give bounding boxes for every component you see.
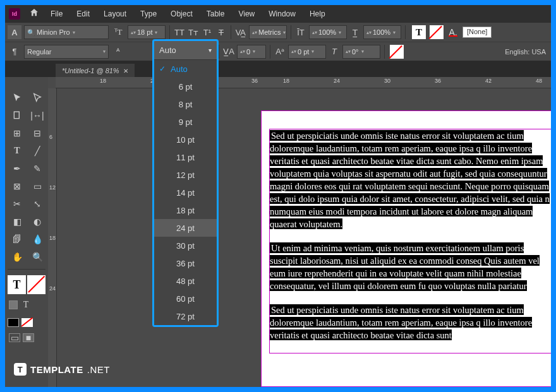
language-dropdown[interactable]: English: USA (505, 48, 548, 56)
menu-window[interactable]: Window (262, 7, 302, 21)
font-style-dropdown[interactable]: Regular ▾ (24, 45, 109, 59)
ruler-tick: 18 (283, 78, 289, 84)
leading-option[interactable]: 6 pt (154, 78, 217, 95)
vscale-icon: ĪT (295, 28, 306, 37)
body-paragraph-1: Sed ut perspiciatis unde omnis iste natu… (270, 130, 550, 229)
kerning-dropdown[interactable]: ▴▾ Metrics ▾ (249, 25, 287, 39)
font-family-dropdown[interactable]: 🔍 Minion Pro ▾ (24, 25, 109, 39)
leading-option[interactable]: 24 pt (154, 219, 217, 237)
gradient-feather-tool-icon[interactable]: ◐ (28, 213, 47, 230)
document-tab[interactable]: *Untitled-1 @ 81% ✕ (56, 64, 135, 77)
char-color-icon[interactable]: A. (446, 27, 460, 37)
content-placer-icon[interactable]: ⊟ (28, 125, 47, 141)
menu-table[interactable]: Table (200, 7, 231, 21)
page-tool-icon[interactable] (8, 107, 27, 124)
leading-option[interactable]: 9 pt (154, 113, 217, 131)
note-tool-icon[interactable]: 🗐 (8, 231, 27, 247)
stroke-swatch-none[interactable] (430, 25, 444, 39)
menu-object[interactable]: Object (164, 7, 199, 21)
vscale-dropdown[interactable]: ▴▾ 100% ▾ (309, 25, 347, 39)
eyedropper-tool-icon[interactable]: 💧 (28, 231, 47, 247)
hand-tool-icon[interactable]: ✋ (8, 249, 27, 265)
leading-option[interactable]: 48 pt (154, 272, 217, 290)
fill-none-swatch[interactable] (390, 45, 404, 59)
formatting-text-icon[interactable]: T (21, 300, 30, 309)
formatting-container-icon[interactable] (9, 300, 18, 309)
content-collector-icon[interactable]: ⊞ (8, 125, 27, 141)
hscale-dropdown[interactable]: ▴▾ 100% ▾ (363, 25, 401, 39)
leading-option[interactable]: 30 pt (154, 237, 217, 254)
control-panel-row2: ¶ Regular ▾ ᴬ T₁ T Ŧ V̲A ▴▾ 0 ▾ Aᵃ ▴▾ 0 … (5, 42, 551, 61)
leading-option[interactable]: 72 pt (154, 307, 217, 325)
leading-option[interactable]: 14 pt (154, 184, 217, 201)
rectangle-frame-tool-icon[interactable]: ⊠ (8, 178, 27, 194)
ruler-tick: 12 (49, 184, 56, 191)
free-transform-tool-icon[interactable]: ⤡ (28, 196, 47, 212)
menu-layout[interactable]: Layout (97, 7, 133, 21)
pencil-tool-icon[interactable]: ✎ (28, 160, 47, 177)
default-none-swatch[interactable] (21, 318, 33, 327)
leading-option[interactable]: 12 pt (154, 166, 217, 184)
superscript-icon[interactable]: T¹ (202, 28, 213, 37)
type-tool-icon[interactable]: T (8, 143, 27, 159)
leading-options-list: Auto 6 pt 8 pt 9 pt 10 pt 11 pt 12 pt 14… (154, 60, 217, 325)
menu-file[interactable]: File (44, 7, 69, 21)
pen-tool-icon[interactable]: ✒ (8, 160, 27, 177)
font-style-value: Regular (27, 48, 52, 56)
scissors-tool-icon[interactable]: ✂ (8, 196, 27, 212)
allcaps-icon[interactable]: TT (174, 28, 185, 37)
selection-tool-icon[interactable] (8, 90, 27, 106)
home-icon[interactable] (29, 8, 39, 20)
normal-view-mode-icon[interactable]: ▭ (9, 333, 20, 342)
skew-dropdown[interactable]: ▴▾ 0° ▾ (342, 45, 380, 59)
chevron-down-icon: ▾ (208, 47, 212, 54)
ruler-tick: 24 (334, 78, 340, 84)
preview-mode-icon[interactable]: ■ (23, 333, 34, 342)
fill-swatch-t[interactable]: T (412, 25, 426, 39)
char-format-mode-icon[interactable]: A (8, 25, 21, 39)
document-canvas[interactable]: Sed ut perspiciatis unde omnis iste natu… (261, 88, 551, 387)
char-style-dropdown[interactable]: [None] (462, 27, 492, 38)
body-paragraph-2: Ut enim ad minima veniam, quis nostrum e… (270, 242, 540, 291)
svg-rect-0 (14, 112, 19, 119)
watermark: T TEMPLATE.NET (14, 363, 110, 376)
gradient-swatch-tool-icon[interactable]: ◧ (8, 213, 27, 230)
direct-selection-tool-icon[interactable] (28, 90, 47, 106)
default-fill-swatch[interactable] (8, 318, 19, 327)
leading-option[interactable]: 10 pt (154, 131, 217, 148)
menu-help[interactable]: Help (303, 7, 332, 21)
page: Sed ut perspiciatis unde omnis iste natu… (261, 110, 551, 387)
menu-edit[interactable]: Edit (70, 7, 96, 21)
menu-view[interactable]: View (232, 7, 261, 21)
leading-option[interactable]: 11 pt (154, 148, 217, 166)
line-tool-icon[interactable]: ╱ (28, 143, 47, 159)
text-frame[interactable]: Sed ut perspiciatis unde omnis iste natu… (269, 129, 551, 353)
ruler-tick: 18 (100, 78, 106, 84)
leading-option[interactable]: 8 pt (154, 95, 217, 113)
leading-current-value: Auto (159, 45, 176, 55)
font-size-dropdown[interactable]: ▴▾ 18 pt ▾ (128, 25, 166, 39)
fill-t-swatch[interactable]: T (8, 275, 26, 294)
smallcaps-icon[interactable]: Tᴛ (188, 28, 199, 37)
leading-option[interactable]: 18 pt (154, 201, 217, 219)
rectangle-tool-icon[interactable]: ▭ (28, 178, 47, 194)
ruler-tick: 36 (251, 78, 258, 84)
font-family-value: Minion Pro (37, 28, 70, 36)
stroke-none-swatch[interactable] (27, 275, 45, 294)
tab-close-icon[interactable]: ✕ (123, 68, 128, 74)
para-format-mode-icon[interactable]: ¶ (8, 45, 21, 59)
leading-option[interactable]: 60 pt (154, 290, 217, 307)
leading-option-auto[interactable]: Auto (154, 60, 217, 78)
watermark-logo-icon: T (14, 363, 27, 376)
gap-tool-icon[interactable]: |↔| (28, 107, 47, 124)
zoom-tool-icon[interactable]: 🔍 (28, 249, 47, 265)
leading-dropdown-popup: Auto ▾ Auto 6 pt 8 pt 9 pt 10 pt 11 pt 1… (152, 39, 219, 327)
leading-dropdown-head[interactable]: Auto ▾ (154, 41, 217, 60)
baseline-dropdown[interactable]: ▴▾ 0 pt ▾ (288, 45, 326, 59)
leading-option[interactable]: 36 pt (154, 254, 217, 272)
strikethrough-icon[interactable]: T (215, 28, 227, 37)
tracking-dropdown[interactable]: ▴▾ 0 ▾ (237, 45, 266, 59)
hscale-value: 100% (373, 28, 390, 36)
menu-type[interactable]: Type (134, 7, 163, 21)
skew-icon: T (329, 47, 340, 56)
